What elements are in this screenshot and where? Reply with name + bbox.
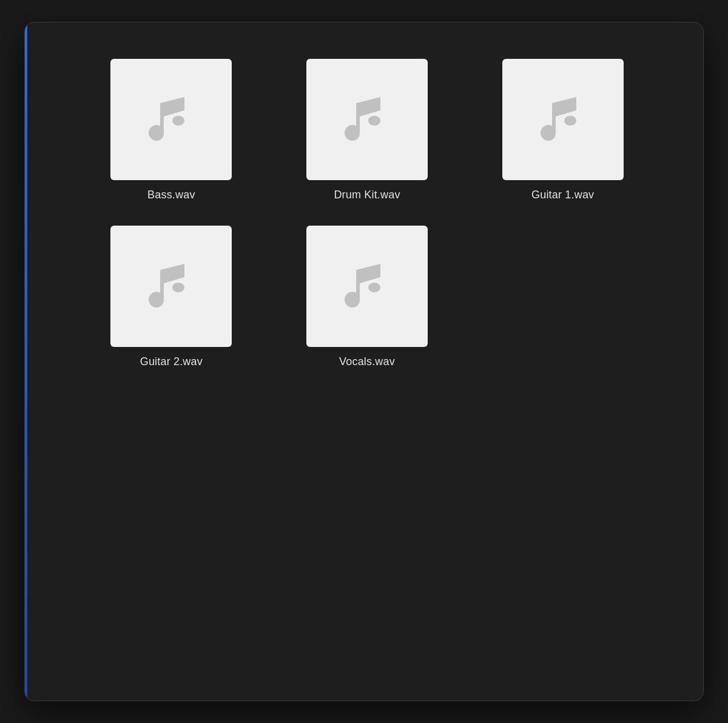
file-grid: Bass.wav Drum Kit.wav Guit	[25, 22, 703, 405]
file-label-guitar-1: Guitar 1.wav	[531, 189, 594, 201]
svg-point-2	[346, 127, 359, 139]
svg-point-3	[368, 116, 380, 126]
music-note-icon	[141, 86, 201, 153]
music-note-icon	[337, 253, 397, 320]
svg-point-6	[150, 294, 163, 306]
file-label-drum-kit: Drum Kit.wav	[334, 189, 400, 201]
svg-point-0	[150, 127, 163, 139]
file-label-vocals: Vocals.wav	[339, 355, 395, 368]
file-label-bass: Bass.wav	[147, 189, 195, 201]
left-accent	[25, 22, 27, 701]
file-icon-guitar-1	[502, 59, 624, 180]
file-icon-guitar-2	[110, 226, 232, 347]
file-item-guitar-1[interactable]: Guitar 1.wav	[471, 59, 655, 201]
svg-point-4	[542, 127, 554, 139]
music-note-icon	[533, 86, 593, 153]
finder-window: Bass.wav Drum Kit.wav Guit	[24, 22, 704, 701]
file-item-vocals[interactable]: Vocals.wav	[275, 226, 459, 368]
svg-point-1	[172, 116, 184, 126]
file-icon-bass	[110, 59, 232, 180]
file-icon-vocals	[306, 226, 428, 347]
svg-point-7	[172, 283, 184, 292]
file-item-guitar-2[interactable]: Guitar 2.wav	[79, 226, 263, 368]
svg-point-8	[346, 294, 359, 306]
file-icon-drum-kit	[306, 59, 428, 180]
svg-point-9	[368, 283, 380, 292]
svg-point-5	[564, 116, 576, 126]
music-note-icon	[337, 86, 397, 153]
file-item-drum-kit[interactable]: Drum Kit.wav	[275, 59, 459, 201]
music-note-icon	[141, 253, 201, 320]
file-label-guitar-2: Guitar 2.wav	[140, 355, 203, 368]
file-item-bass[interactable]: Bass.wav	[79, 59, 263, 201]
